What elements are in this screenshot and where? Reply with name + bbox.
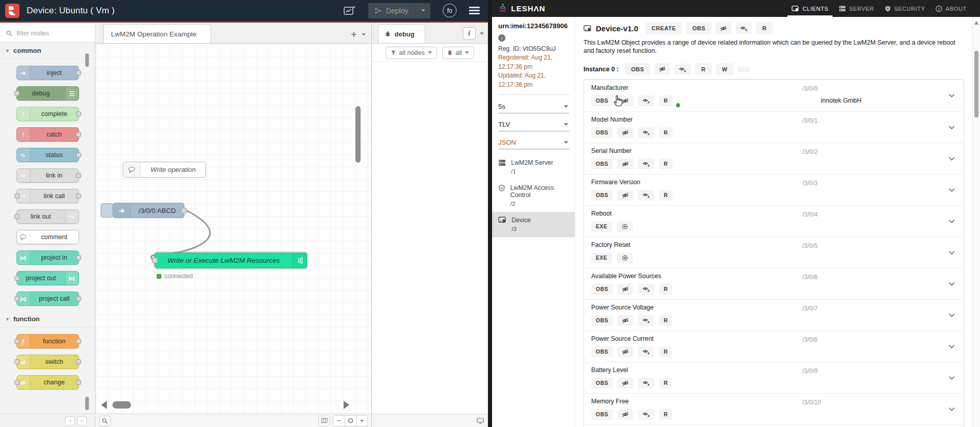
observe-button[interactable]: OBS — [591, 127, 613, 138]
info-icon[interactable]: i — [498, 34, 505, 42]
inject-node[interactable]: ➜ /3/0/0:ABCD — [112, 203, 184, 218]
execute-params-button[interactable] — [617, 253, 633, 263]
input-port[interactable] — [152, 258, 158, 263]
observe-composite-button[interactable] — [638, 315, 654, 326]
zoom-reset-button[interactable]: O — [345, 416, 356, 426]
stop-observe-button[interactable] — [617, 159, 633, 169]
palette-node-function[interactable]: ƒfunction — [16, 334, 79, 348]
canvas-hscrollbar-thumb[interactable] — [112, 401, 131, 409]
debug-filter-button[interactable]: all nodes — [386, 47, 437, 59]
observe-button[interactable]: OBS — [591, 315, 613, 326]
flow-chart-icon[interactable] — [344, 5, 356, 16]
stop-observe-button[interactable] — [715, 23, 731, 34]
execute-params-button[interactable] — [617, 221, 633, 232]
read-button[interactable]: R — [659, 315, 672, 326]
palette-node-status[interactable]: ∿status — [16, 148, 79, 162]
palette-node-comment[interactable]: comment — [16, 230, 79, 244]
palette-node-complete[interactable]: !complete — [16, 107, 79, 121]
read-button[interactable]: R — [695, 63, 711, 75]
filter-nodes-input[interactable] — [16, 29, 78, 37]
palette-search[interactable] — [0, 24, 95, 43]
tab-flow[interactable]: LwM2M Operation Example — [103, 24, 211, 43]
nav-clients[interactable]: CLIENTS — [791, 0, 828, 17]
delete-button[interactable] — [738, 66, 750, 72]
stop-observe-button[interactable] — [617, 409, 633, 420]
object-item-lwm2m-server[interactable]: LwM2M Server/1 — [492, 154, 575, 180]
flow-list-caret[interactable] — [362, 33, 366, 36]
expand-chevron-icon[interactable] — [948, 373, 955, 382]
observe-composite-button[interactable] — [736, 23, 752, 34]
leshan-scrollbar[interactable] — [972, 17, 980, 427]
expand-all-button[interactable]: » — [77, 416, 87, 425]
observe-composite-button[interactable] — [638, 284, 654, 295]
write-button[interactable]: W — [716, 63, 734, 75]
expand-chevron-icon[interactable] — [948, 279, 955, 288]
expand-chevron-icon[interactable] — [948, 310, 955, 320]
read-button[interactable]: R — [659, 95, 672, 106]
zoom-in-button[interactable]: + — [356, 416, 367, 426]
palette-node-link-in[interactable]: ↪link in — [16, 168, 79, 183]
info-tab-button[interactable]: i — [463, 27, 476, 40]
create-button[interactable]: CREATE — [646, 22, 682, 34]
read-button[interactable]: R — [659, 190, 672, 201]
execute-button[interactable]: EXE — [591, 253, 612, 263]
palette-scrollbar-thumb[interactable] — [85, 53, 89, 67]
read-button[interactable]: R — [659, 159, 672, 169]
expand-chevron-icon[interactable] — [948, 248, 955, 257]
expand-chevron-icon[interactable] — [948, 123, 955, 132]
nav-about[interactable]: ABOUT — [935, 0, 967, 17]
palette-node-project-call[interactable]: ⋈project call — [16, 292, 79, 306]
content-format-select[interactable]: TLV — [498, 118, 569, 131]
read-button[interactable]: R — [756, 22, 772, 34]
palette-node-debug[interactable]: ☰debug — [16, 86, 79, 101]
palette-category-function[interactable]: ▾ function — [0, 311, 95, 327]
refresh-interval-select[interactable]: 5s — [498, 100, 569, 113]
scroll-up-arrow[interactable] — [974, 21, 978, 25]
read-button[interactable]: R — [659, 346, 672, 357]
lwm2m-write-node[interactable]: Write or Execute LwM2M Resources — [155, 253, 307, 268]
stop-observe-button[interactable] — [617, 346, 633, 357]
palette-node-catch[interactable]: !catch — [16, 127, 79, 142]
add-flow-button[interactable]: + — [351, 30, 356, 39]
scroll-left-arrow[interactable] — [101, 401, 107, 409]
observe-button[interactable]: OBS — [591, 346, 613, 357]
observe-button[interactable]: OBS — [591, 159, 613, 169]
read-button[interactable]: R — [659, 378, 672, 389]
stop-observe-button[interactable] — [617, 315, 633, 326]
observe-composite-button[interactable] — [638, 95, 654, 106]
open-window-icon[interactable] — [477, 418, 484, 424]
search-flows-button[interactable] — [99, 416, 110, 426]
tab-debug[interactable]: debug — [378, 24, 425, 43]
comment-node[interactable]: Write operation — [123, 162, 206, 178]
palette-node-change[interactable]: ⇌change — [16, 375, 79, 390]
stop-observe-button[interactable] — [617, 378, 633, 389]
palette-node-link-call[interactable]: ↪link call — [16, 189, 79, 203]
stop-observe-button[interactable] — [617, 284, 633, 295]
observe-button[interactable]: OBS — [591, 409, 613, 420]
inject-trigger-button[interactable] — [101, 203, 114, 218]
user-menu-button[interactable]: fo — [443, 4, 457, 17]
observe-button[interactable]: OBS — [686, 22, 711, 34]
stop-observe-button[interactable] — [654, 63, 670, 75]
observe-composite-button[interactable] — [638, 346, 654, 357]
expand-chevron-icon[interactable] — [948, 91, 955, 100]
object-item-access-control[interactable]: LwM2M Access Control/2 — [492, 180, 575, 212]
observe-composite-button[interactable] — [638, 378, 654, 389]
palette-category-common[interactable]: ▾ common — [0, 43, 95, 59]
expand-chevron-icon[interactable] — [948, 342, 955, 351]
expand-chevron-icon[interactable] — [948, 217, 955, 226]
observe-button[interactable]: OBS — [625, 63, 650, 75]
palette-node-project-in[interactable]: ⋈project in — [16, 250, 79, 265]
observe-button[interactable]: OBS — [591, 95, 613, 106]
sidebar-menu-caret[interactable] — [480, 32, 484, 35]
palette-node-inject[interactable]: ➜inject — [16, 66, 79, 80]
observe-button[interactable]: OBS — [591, 190, 613, 201]
stop-observe-button[interactable] — [617, 95, 633, 106]
nav-security[interactable]: SECURITY — [884, 0, 925, 17]
navigator-toggle-button[interactable] — [318, 416, 330, 426]
read-button[interactable]: R — [659, 284, 672, 295]
observe-button[interactable]: OBS — [591, 284, 613, 295]
nav-server[interactable]: SERVER — [839, 0, 874, 17]
read-button[interactable]: R — [659, 127, 672, 138]
read-button[interactable]: R — [659, 409, 672, 420]
